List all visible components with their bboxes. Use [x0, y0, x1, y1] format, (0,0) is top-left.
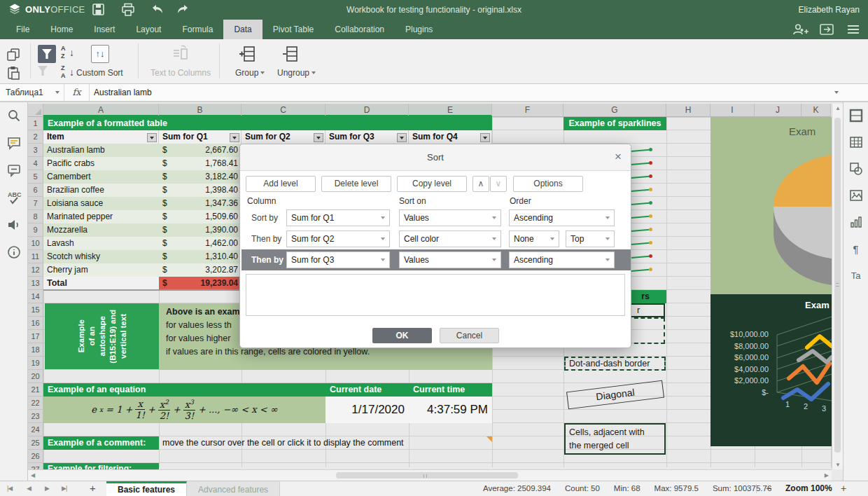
row-header-16[interactable]: 16 [28, 317, 43, 330]
zoom-in-icon[interactable]: + [841, 481, 846, 495]
chat-icon[interactable] [6, 163, 22, 178]
sheet-tab-advanced-features[interactable]: Advanced features [187, 481, 280, 496]
row-header-6[interactable]: 6 [28, 184, 43, 197]
row-header-20[interactable]: 20 [28, 370, 43, 383]
row-header-3[interactable]: 3 [28, 144, 43, 157]
row-header-8[interactable]: 8 [28, 210, 43, 223]
redo-icon[interactable] [175, 3, 190, 17]
row-header-12[interactable]: 12 [28, 263, 43, 277]
row-header-4[interactable]: 4 [28, 157, 43, 170]
menu-tab-collaboration[interactable]: Collaboration [324, 20, 395, 39]
menu-tab-home[interactable]: Home [40, 20, 83, 39]
diagonal-shape[interactable]: Diagonal [566, 380, 664, 410]
filter-dropdown-button[interactable] [397, 133, 407, 142]
menu-tab-file[interactable]: File [6, 20, 40, 39]
row-header-9[interactable]: 9 [28, 223, 43, 237]
horizontal-scrollbar[interactable]: ◀ ▶ [28, 469, 832, 481]
scroll-right-icon[interactable]: ▶ [825, 472, 829, 478]
row-header-18[interactable]: 18 [28, 343, 43, 357]
sort-level-row[interactable]: Then bySum for Q3ValuesAscending [241, 249, 631, 270]
row-header-22[interactable]: 22 [28, 397, 43, 410]
first-sheet-icon[interactable]: |◀ [7, 481, 12, 496]
textart-settings-icon[interactable]: Ta [848, 268, 864, 283]
vertical-scrollbar[interactable]: ▲ ▼ [832, 104, 843, 469]
scroll-left-icon[interactable]: ◀ [31, 472, 35, 478]
group-icon[interactable] [238, 45, 256, 63]
table-settings-icon[interactable] [848, 135, 864, 150]
zoom-out-icon[interactable]: − [766, 481, 771, 495]
vertical-scroll-thumb[interactable] [834, 118, 841, 453]
row-header-25[interactable]: 25 [28, 436, 43, 450]
current-date-cell[interactable]: 1/17/2020 [326, 397, 409, 423]
row-header-7[interactable]: 7 [28, 197, 43, 210]
table-cell-item[interactable]: Scotch whisky [43, 250, 159, 263]
table-cell-value[interactable]: $2,667.60 [159, 144, 241, 157]
ungroup-button[interactable]: Ungroup [277, 68, 316, 78]
name-box[interactable]: Таблица1 [0, 84, 64, 101]
row-header-10[interactable]: 10 [28, 237, 43, 250]
save-icon[interactable] [91, 3, 106, 17]
dropdown[interactable]: Top [566, 230, 615, 247]
last-sheet-icon[interactable]: ▶| [62, 481, 66, 496]
table-cell-value[interactable]: $1,347.36 [159, 197, 241, 210]
dropdown[interactable]: Values [399, 252, 501, 268]
row-header-11[interactable]: 11 [28, 250, 43, 263]
paragraph-settings-icon[interactable]: ¶ [848, 241, 864, 256]
move-level-up-button[interactable]: ∧ [472, 176, 489, 192]
table-cell-item[interactable]: Marinated pepper [43, 210, 159, 223]
filter-dropdown-button[interactable] [480, 133, 490, 142]
table-cell-value[interactable]: $1,310.40 [159, 250, 241, 263]
sort-dialog-header[interactable]: Sort × [240, 144, 631, 171]
table-cell-value[interactable]: $1,462.00 [159, 237, 241, 250]
autoshape-vertical-text[interactable]: Exampleof anautoshape(B15:E19) andvertic… [45, 303, 159, 369]
options-button[interactable]: Options [513, 176, 583, 192]
dropdown[interactable]: Ascending [509, 252, 615, 268]
about-icon[interactable] [6, 244, 22, 260]
table-cell-item[interactable]: Loisiana sauce [43, 197, 159, 210]
dropdown[interactable]: Cell color [399, 230, 501, 247]
table-cell-item[interactable]: Mozzarella [43, 223, 159, 237]
column-header-H[interactable]: H [666, 104, 710, 117]
ungroup-icon[interactable] [281, 45, 300, 63]
delete-level-button[interactable]: Delete level [321, 176, 391, 192]
table-cell-item[interactable]: Lavash [43, 237, 159, 250]
feedback-icon[interactable] [6, 217, 22, 233]
pie-chart[interactable]: Exam [710, 117, 832, 294]
table-cell-value[interactable]: $1,390.00 [159, 223, 241, 237]
sort-level-row[interactable]: Sort bySum for Q1ValuesAscending [241, 207, 631, 228]
row-header-21[interactable]: 21 [28, 383, 43, 397]
menu-tab-insert[interactable]: Insert [83, 20, 125, 39]
menu-tab-data[interactable]: Data [223, 20, 262, 39]
total-label-cell[interactable]: Total [43, 277, 159, 290]
paste-icon[interactable] [6, 66, 21, 80]
dropdown[interactable]: Sum for Q1 [286, 209, 390, 226]
print-icon[interactable] [120, 3, 136, 17]
custom-sort-icon[interactable]: ↑↓ [91, 45, 109, 63]
row-header-13[interactable]: 13 [28, 277, 43, 290]
add-sheet-icon[interactable]: + [90, 481, 96, 495]
shape-settings-icon[interactable] [848, 161, 864, 177]
filter-dropdown-button[interactable] [147, 133, 157, 142]
copy-level-button[interactable]: Copy level [397, 176, 467, 192]
spellcheck-icon[interactable]: ABC [6, 190, 22, 205]
ok-button[interactable]: OK [372, 328, 432, 343]
row-header-1[interactable]: 1 [28, 117, 43, 130]
menu-tab-plugins[interactable]: Plugins [395, 20, 443, 39]
zoom-level[interactable]: Zoom 100% [785, 481, 832, 496]
clear-filter-icon[interactable] [38, 66, 48, 76]
prev-sheet-icon[interactable]: ◀ [27, 481, 31, 496]
next-sheet-icon[interactable]: ▶ [45, 481, 49, 496]
table-cell-item[interactable]: Pacific crabs [43, 157, 159, 170]
table-cell-value[interactable]: $3,182.40 [159, 170, 241, 184]
undo-icon[interactable] [150, 3, 165, 17]
current-time-cell[interactable]: 4:37:59 PM [409, 397, 492, 423]
dropdown[interactable]: Values [399, 209, 501, 226]
table-cell-value[interactable]: $3,202.87 [159, 263, 241, 277]
equation-cell[interactable]: ex = 1 + x1!+x22!+x33! + ..., −∞ < x < ∞ [43, 397, 326, 423]
add-user-icon[interactable] [791, 22, 809, 36]
row-header-26[interactable]: 26 [28, 450, 43, 463]
group-button[interactable]: Group [235, 68, 265, 78]
column-header-I[interactable]: I [710, 104, 755, 117]
formula-bar-expand-icon[interactable] [834, 91, 839, 94]
copy-icon[interactable] [6, 48, 21, 62]
